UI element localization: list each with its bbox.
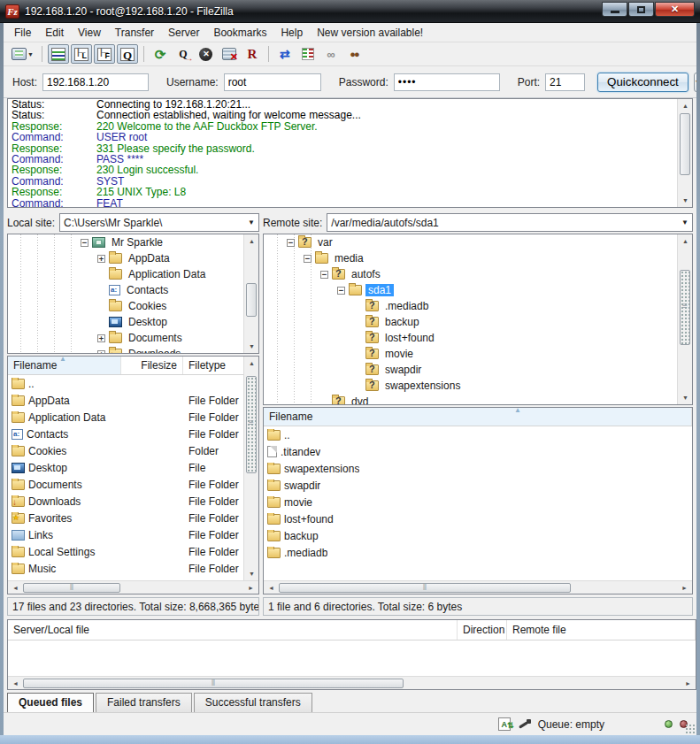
port-input[interactable] xyxy=(545,73,585,91)
tree-item[interactable]: swapextensions xyxy=(264,378,692,394)
tree-item[interactable]: swapdir xyxy=(264,362,692,378)
toggle-message-log-button[interactable] xyxy=(48,44,69,64)
file-row[interactable]: .titandev xyxy=(264,443,692,460)
tree-item[interactable]: backup xyxy=(264,314,692,330)
file-row[interactable]: .. xyxy=(8,375,258,392)
collapse-icon[interactable]: − xyxy=(81,239,88,247)
username-input[interactable] xyxy=(224,73,321,91)
remote-site-combobox[interactable]: /var/media/autofs/sda1 ▼ xyxy=(327,213,693,232)
tree-item[interactable]: Desktop xyxy=(8,314,258,330)
chevron-down-icon[interactable]: ▼ xyxy=(681,219,688,226)
file-row[interactable]: AppDataFile Folder xyxy=(8,392,258,409)
menu-help[interactable]: Help xyxy=(273,24,310,42)
queue-hscrollbar[interactable]: ◄ ► xyxy=(8,676,696,689)
log-scrollbar[interactable]: ▲ ▼ xyxy=(677,99,692,207)
column-header-remote-file[interactable]: Remote file xyxy=(507,620,696,640)
filename-filters-button[interactable]: ∞ xyxy=(320,44,342,64)
file-row[interactable]: DesktopFile xyxy=(8,459,258,476)
column-header-server-local-file[interactable]: Server/Local file xyxy=(8,620,458,640)
scrollbar-thumb[interactable] xyxy=(680,113,690,175)
file-row[interactable]: FavoritesFile Folder xyxy=(8,510,258,526)
file-row[interactable]: CookiesFolder xyxy=(8,442,258,459)
local-file-list[interactable]: Filename ▲ Filesize Filetype .. AppDataF… xyxy=(7,356,259,594)
remote-file-list[interactable]: Filename ▲ .. .titandev swapextensions s… xyxy=(263,407,693,594)
toggle-local-tree-button[interactable] xyxy=(71,44,92,64)
message-log[interactable]: Status:Connecting to 192.168.1.20:21... … xyxy=(7,98,693,208)
synchronized-browsing-button[interactable]: ⇄ xyxy=(274,44,296,64)
quickconnect-button[interactable]: Quickconnect xyxy=(597,73,688,92)
scrollbar-thumb[interactable] xyxy=(23,679,404,688)
menu-new-version[interactable]: New version available! xyxy=(310,24,430,42)
tree-item[interactable]: −var xyxy=(264,234,692,250)
scrollbar-thumb[interactable] xyxy=(246,283,257,317)
expand-icon[interactable]: + xyxy=(97,350,105,355)
tab-successful-transfers[interactable]: Successful transfers xyxy=(194,693,312,712)
file-row[interactable]: ContactsFile Folder xyxy=(8,426,258,442)
file-row[interactable]: movie xyxy=(264,494,692,510)
scrollbar-thumb[interactable] xyxy=(23,583,120,593)
chevron-down-icon[interactable]: ▼ xyxy=(248,219,255,226)
file-row[interactable]: swapdir xyxy=(264,477,692,494)
maximize-button[interactable] xyxy=(628,2,654,17)
reconnect-button[interactable]: R xyxy=(242,44,263,64)
collapse-icon[interactable]: − xyxy=(287,239,295,247)
file-row[interactable]: MusicFile Folder xyxy=(8,560,258,577)
tree-item[interactable]: dvd xyxy=(264,394,692,405)
tree-item[interactable]: .mediadb xyxy=(264,298,692,314)
quickconnect-dropdown-button[interactable]: ▼ xyxy=(694,73,696,92)
tree-item[interactable]: −sda1 xyxy=(264,282,692,298)
local-list-hscrollbar[interactable]: ◄ ► xyxy=(8,580,258,594)
tree-item[interactable]: −autofs xyxy=(264,266,692,282)
column-header-direction[interactable]: Direction xyxy=(458,620,507,640)
scroll-right-icon[interactable]: ► xyxy=(243,581,258,594)
toggle-queue-button[interactable]: Q xyxy=(117,44,138,64)
password-input[interactable] xyxy=(394,73,500,91)
file-row[interactable]: Application DataFile Folder xyxy=(8,409,258,426)
menu-server[interactable]: Server xyxy=(161,24,206,42)
file-row[interactable]: lost+found xyxy=(264,510,692,527)
host-input[interactable] xyxy=(42,73,149,91)
file-row[interactable]: backup xyxy=(264,527,692,544)
scrollbar-thumb[interactable] xyxy=(246,376,257,473)
menu-file[interactable]: File xyxy=(7,24,38,42)
scroll-down-icon[interactable]: ▼ xyxy=(678,194,693,207)
scroll-left-icon[interactable]: ◄ xyxy=(8,677,23,690)
tree-item[interactable]: Cookies xyxy=(8,298,258,314)
tree-item[interactable]: −Mr Sparkle xyxy=(8,234,258,250)
tree-item[interactable]: +Documents xyxy=(8,330,258,346)
file-row[interactable]: swapextensions xyxy=(264,460,692,477)
transfer-type-icon[interactable]: A xyxy=(498,717,511,731)
process-queue-button[interactable]: Q xyxy=(173,44,194,64)
tree-item[interactable]: +Downloads xyxy=(8,346,258,354)
tree-item[interactable]: movie xyxy=(264,346,692,362)
collapse-icon[interactable]: − xyxy=(320,271,328,279)
scroll-up-icon[interactable]: ▲ xyxy=(678,99,693,112)
refresh-button[interactable]: ⟳ xyxy=(150,44,171,64)
scroll-up-icon[interactable]: ▲ xyxy=(678,234,693,248)
tree-item[interactable]: Application Data xyxy=(8,266,258,282)
collapse-icon[interactable]: − xyxy=(337,287,345,295)
scroll-left-icon[interactable]: ◄ xyxy=(264,581,279,594)
file-row[interactable]: .mediadb xyxy=(264,544,692,561)
expand-icon[interactable]: + xyxy=(97,334,105,342)
remote-directory-tree[interactable]: −var −media −autofs −sda1 .mediadb backu… xyxy=(263,234,693,405)
column-header-filesize[interactable]: Filesize xyxy=(121,357,183,374)
scroll-down-icon[interactable]: ▼ xyxy=(244,340,259,353)
toggle-remote-tree-button[interactable] xyxy=(94,44,115,64)
scrollbar-thumb[interactable] xyxy=(680,270,690,345)
menu-bookmarks[interactable]: Bookmarks xyxy=(206,24,273,42)
local-list-scrollbar[interactable]: ▲ ▼ xyxy=(243,357,258,580)
column-header-filename[interactable]: Filename xyxy=(264,408,692,426)
local-site-combobox[interactable]: C:\Users\Mr Sparkle\ ▼ xyxy=(59,213,259,232)
menu-transfer[interactable]: Transfer xyxy=(108,24,161,42)
cancel-button[interactable]: ✕ xyxy=(196,44,217,64)
menu-view[interactable]: View xyxy=(71,24,108,42)
scrollbar-thumb[interactable] xyxy=(279,583,571,593)
tab-queued-files[interactable]: Queued files xyxy=(7,693,94,712)
disconnect-button[interactable] xyxy=(219,44,240,64)
local-tree-scrollbar[interactable]: ▲ ▼ xyxy=(243,234,258,353)
file-search-button[interactable]: ●● xyxy=(343,44,365,64)
column-header-filetype[interactable]: Filetype xyxy=(183,357,245,374)
tree-item[interactable]: +AppData xyxy=(8,250,258,266)
menu-edit[interactable]: Edit xyxy=(38,24,71,42)
